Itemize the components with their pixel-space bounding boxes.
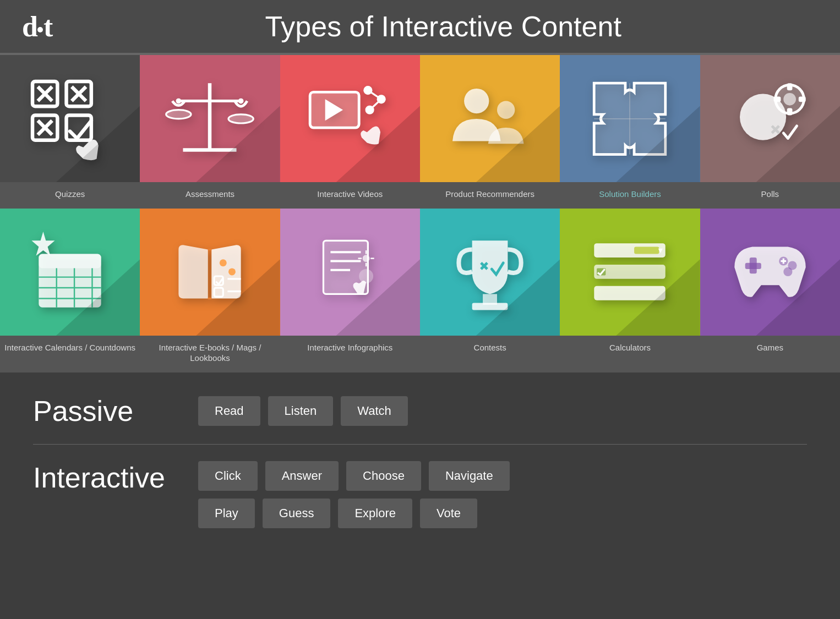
header: dt Types of Interactive Content <box>0 0 840 53</box>
bottom-section: Passive Read Listen Watch Interactive Cl… <box>0 373 840 556</box>
svg-rect-32 <box>787 108 793 115</box>
grid-item-contests[interactable]: Contests <box>420 209 560 373</box>
tile-interactive-videos <box>280 55 420 182</box>
tag-play[interactable]: Play <box>198 499 255 528</box>
svg-rect-33 <box>773 96 781 102</box>
tile-interactive-calendars <box>0 209 140 336</box>
svg-point-15 <box>166 109 191 118</box>
tile-assessments <box>140 55 280 182</box>
grid-item-calculators[interactable]: Calculators <box>560 209 700 373</box>
label-infographics: Interactive Infographics <box>303 342 397 353</box>
label-product-recommenders: Product Recommenders <box>441 189 539 200</box>
grid-item-infographics[interactable]: Interactive Infographics <box>280 209 420 373</box>
tag-answer[interactable]: Answer <box>265 461 339 491</box>
svg-rect-69 <box>635 247 659 254</box>
label-polls: Polls <box>757 189 784 200</box>
svg-line-22 <box>368 90 381 99</box>
label-ebooks: Interactive E-books / Mags / Lookbooks <box>140 342 280 364</box>
tag-watch[interactable]: Watch <box>341 396 408 426</box>
svg-point-58 <box>359 269 373 283</box>
svg-rect-75 <box>750 258 757 273</box>
tile-quizzes <box>0 55 140 182</box>
tile-calculators <box>560 209 700 336</box>
label-calculators: Calculators <box>605 342 655 353</box>
grid-item-assessments[interactable]: Assessments <box>140 55 280 209</box>
grid-item-games[interactable]: Games <box>700 209 840 373</box>
interactive-row: Interactive Click Answer Choose Navigate… <box>33 461 807 528</box>
interactive-tags: Click Answer Choose Navigate Play Guess … <box>198 461 510 528</box>
tile-ebooks <box>140 209 280 336</box>
grid-item-ebooks[interactable]: Interactive E-books / Mags / Lookbooks <box>140 209 280 373</box>
content-grid: Quizzes Assess <box>0 53 840 373</box>
svg-line-23 <box>369 99 381 109</box>
logo: dt <box>22 10 52 43</box>
svg-rect-31 <box>787 83 793 90</box>
label-games: Games <box>752 342 788 353</box>
grid-item-solution-builders[interactable]: Solution Builders <box>560 55 700 209</box>
interactive-tags-row2: Play Guess Explore Vote <box>198 499 510 528</box>
svg-point-49 <box>228 269 236 276</box>
label-assessments: Assessments <box>181 189 239 200</box>
interactive-label: Interactive <box>33 461 187 494</box>
svg-point-13 <box>176 98 182 103</box>
grid-item-interactive-calendars[interactable]: Interactive Calendars / Countdowns <box>0 209 140 373</box>
svg-rect-34 <box>799 96 806 102</box>
svg-point-16 <box>228 114 253 123</box>
svg-point-48 <box>220 260 227 267</box>
label-interactive-videos: Interactive Videos <box>313 189 387 200</box>
passive-row: Passive Read Listen Watch <box>33 395 807 428</box>
label-quizzes: Quizzes <box>51 189 89 200</box>
interactive-tags-row1: Click Answer Choose Navigate <box>198 461 510 491</box>
tag-click[interactable]: Click <box>198 461 258 491</box>
passive-tags: Read Listen Watch <box>198 396 408 426</box>
tag-choose[interactable]: Choose <box>346 461 421 491</box>
svg-point-14 <box>238 98 244 103</box>
svg-marker-37 <box>32 232 55 256</box>
tile-polls <box>700 55 840 182</box>
label-contests: Contests <box>470 342 511 353</box>
svg-rect-65 <box>472 303 508 310</box>
svg-rect-39 <box>39 254 101 269</box>
svg-rect-73 <box>594 286 666 300</box>
label-interactive-calendars: Interactive Calendars / Countdowns <box>0 342 140 353</box>
section-divider <box>33 444 807 445</box>
tag-read[interactable]: Read <box>198 396 260 426</box>
passive-label: Passive <box>33 395 187 428</box>
svg-point-24 <box>464 89 489 113</box>
svg-point-30 <box>783 93 796 106</box>
grid-item-quizzes[interactable]: Quizzes <box>0 55 140 209</box>
tile-product-recommenders <box>420 55 560 182</box>
tag-guess[interactable]: Guess <box>263 499 331 528</box>
tile-games <box>700 209 840 336</box>
svg-point-59 <box>362 255 369 262</box>
tile-infographics <box>280 209 420 336</box>
tag-listen[interactable]: Listen <box>268 396 334 426</box>
grid-item-polls[interactable]: Polls <box>700 55 840 209</box>
page-title: Types of Interactive Content <box>68 10 818 43</box>
tile-contests <box>420 209 560 336</box>
content-grid-section: Quizzes Assess <box>0 53 840 373</box>
tile-solution-builders <box>560 55 700 182</box>
grid-item-interactive-videos[interactable]: Interactive Videos <box>280 55 420 209</box>
svg-point-25 <box>497 101 515 118</box>
svg-point-78 <box>783 267 792 276</box>
grid-item-product-recommenders[interactable]: Product Recommenders <box>420 55 560 209</box>
tag-explore[interactable]: Explore <box>338 499 412 528</box>
tag-vote[interactable]: Vote <box>420 499 477 528</box>
label-solution-builders: Solution Builders <box>594 189 666 200</box>
tag-navigate[interactable]: Navigate <box>429 461 510 491</box>
